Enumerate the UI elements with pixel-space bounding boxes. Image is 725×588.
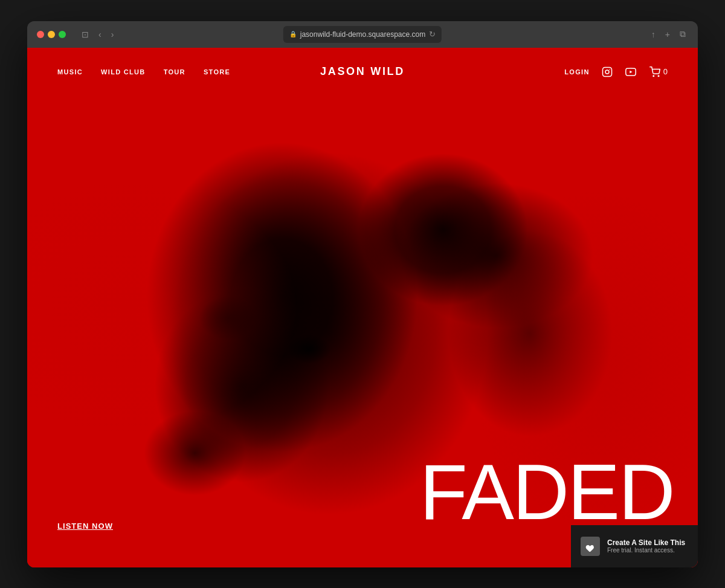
- forward-button[interactable]: ›: [108, 27, 118, 42]
- browser-toolbar-right: ↑ + ⧉: [649, 27, 688, 42]
- youtube-icon[interactable]: [625, 66, 637, 77]
- share-icon[interactable]: ↑: [649, 27, 658, 42]
- nav-center: JASON WILD: [320, 65, 405, 78]
- svg-point-4: [653, 76, 654, 77]
- browser-window: ⊡ ‹ › 🔒 jasonwild-fluid-demo.squarespace…: [27, 21, 698, 567]
- svg-point-5: [658, 76, 659, 77]
- listen-now-container: LISTEN NOW: [57, 520, 113, 531]
- minimize-dot[interactable]: [48, 31, 55, 38]
- squarespace-title: Create A Site Like This: [607, 538, 685, 547]
- login-button[interactable]: LOGIN: [564, 68, 589, 76]
- sidebar-toggle-button[interactable]: ⊡: [78, 27, 92, 42]
- site-nav: MUSIC WILD CLUB TOUR STORE JASON WILD LO…: [27, 48, 698, 96]
- svg-point-2: [609, 69, 610, 70]
- nav-link-wild-club[interactable]: WILD CLUB: [101, 68, 146, 76]
- svg-marker-3: [630, 70, 632, 73]
- squarespace-subtitle: Free trial. Instant access.: [607, 547, 685, 554]
- squarespace-logo: [581, 537, 600, 556]
- site-content: MUSIC WILD CLUB TOUR STORE JASON WILD LO…: [27, 48, 698, 567]
- nav-link-tour[interactable]: TOUR: [164, 68, 185, 76]
- address-bar[interactable]: 🔒 jasonwild-fluid-demo.squarespace.com ↻: [283, 26, 442, 43]
- cart-icon: [649, 66, 661, 77]
- cart-count: 0: [663, 67, 668, 76]
- new-tab-icon[interactable]: +: [663, 27, 672, 42]
- back-button[interactable]: ‹: [95, 27, 105, 42]
- hero-faded-text: FADED: [420, 448, 674, 536]
- close-dot[interactable]: [37, 31, 44, 38]
- site-title: JASON WILD: [320, 65, 405, 77]
- svg-rect-0: [602, 67, 611, 76]
- squarespace-badge[interactable]: Create A Site Like This Free trial. Inst…: [571, 525, 698, 567]
- nav-right: LOGIN: [564, 66, 668, 77]
- traffic-lights: [37, 31, 66, 38]
- instagram-icon[interactable]: [602, 66, 613, 77]
- url-text: jasonwild-fluid-demo.squarespace.com: [300, 30, 425, 39]
- browser-titlebar: ⊡ ‹ › 🔒 jasonwild-fluid-demo.squarespace…: [27, 21, 698, 48]
- tab-overview-icon[interactable]: ⧉: [677, 27, 688, 42]
- lock-icon: 🔒: [289, 31, 297, 37]
- cart-button[interactable]: 0: [649, 66, 668, 77]
- svg-point-1: [605, 70, 609, 74]
- nav-left: MUSIC WILD CLUB TOUR STORE: [57, 68, 230, 76]
- reload-button[interactable]: ↻: [429, 30, 436, 39]
- nav-link-store[interactable]: STORE: [204, 68, 230, 76]
- listen-now-link[interactable]: LISTEN NOW: [57, 522, 113, 531]
- hero-faded-container: FADED: [420, 453, 674, 531]
- nav-link-music[interactable]: MUSIC: [57, 68, 83, 76]
- squarespace-text: Create A Site Like This Free trial. Inst…: [607, 538, 685, 554]
- maximize-dot[interactable]: [59, 31, 66, 38]
- browser-controls: ⊡ ‹ ›: [78, 27, 117, 42]
